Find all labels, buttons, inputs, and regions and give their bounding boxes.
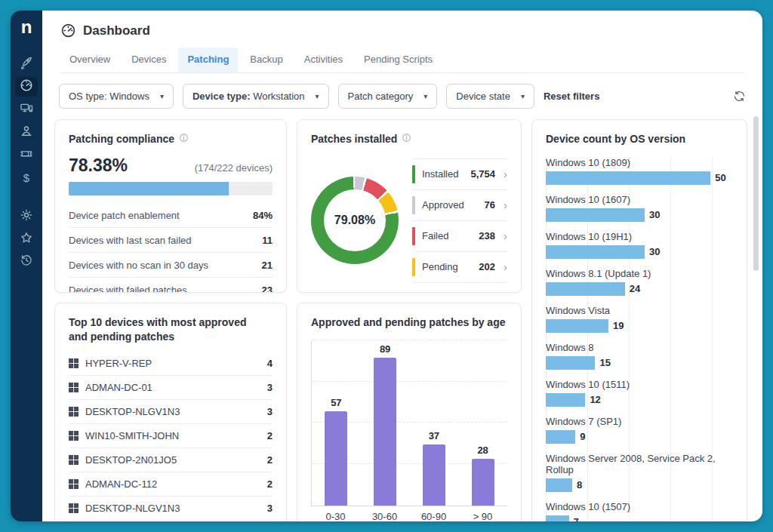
device-name: DESKTOP-2N01JO5 [85,454,260,466]
sidebar-item-dashboard[interactable] [15,77,38,97]
tab-overview[interactable]: Overview [60,48,119,72]
main-panel: Dashboard OverviewDevicesPatchingBackupA… [42,11,762,521]
legend-row-failed[interactable]: Failed238› [412,221,507,252]
os-bar-label: Windows 10 (1809) [546,157,733,168]
sidebar-item-favorites[interactable] [15,229,38,249]
device-patch-count: 2 [267,430,273,441]
chevron-right-icon: › [504,230,507,241]
os-bar[interactable] [546,356,595,370]
sidebar-item-settings[interactable] [15,207,38,226]
os-bar-label: Windows Vista [546,305,733,316]
legend-row-approved[interactable]: Approved76› [412,190,507,221]
legend-value: 76 [485,199,495,211]
device-list-row[interactable]: ADMAN-DC-013 [69,376,273,400]
refresh-icon[interactable] [733,90,746,103]
os-bar[interactable] [546,430,575,444]
filter-dropdown-text: Patch category [348,91,414,102]
os-bar-row: Windows 7 (SP1)9 [546,416,733,444]
patches-legend: Installed5,754›Approved76›Failed238›Pend… [412,158,507,283]
card-title-text: Device count by OS version [546,132,685,146]
device-list-row[interactable]: WIN10-SMITH-JOHN2 [69,521,273,521]
os-bar-row: Windows 10 (1507)7 [546,501,733,521]
sidebar-item-devices[interactable] [15,100,38,119]
os-bar-row: Windows 815 [546,342,733,370]
stat-label: Devices with last scan failed [69,235,192,246]
os-bar-value: 15 [599,357,610,368]
filter-dropdown-device-type[interactable]: Device type: Workstation▾ [183,84,329,109]
device-name: DESKTOP-NLGV1N3 [85,406,260,417]
tab-activities[interactable]: Activities [295,48,352,72]
legend-row-installed[interactable]: Installed5,754› [412,159,507,190]
rocket-icon [19,55,34,73]
device-list-row[interactable]: DESKTOP-2N01JO52 [69,448,273,472]
card-top-devices: Top 10 devices with most approved and pe… [54,303,287,521]
tab-pending-scripts[interactable]: Pending Scripts [355,48,442,72]
device-list-row[interactable]: ADMAN-DC-1122 [69,472,273,497]
card-title-text: Approved and pending patches by age [311,315,505,330]
compliance-stat-row: Devices with no scan in 30 days21 [69,253,273,278]
star-icon [19,230,34,248]
age-bar-group: 57 [313,397,359,506]
info-icon[interactable] [179,132,189,146]
sidebar-item-billing[interactable]: $ [15,168,38,187]
ninja-logo[interactable]: n [21,18,32,36]
sidebar-item-history[interactable] [15,252,38,272]
age-bar[interactable] [325,411,347,506]
os-bar[interactable] [546,282,625,296]
card-patches-by-age: Approved and pending patches by age 5789… [297,303,522,521]
tab-backup[interactable]: Backup [241,48,291,72]
user-icon [19,123,34,141]
device-list-row[interactable]: HYPER-V-REP4 [69,352,273,376]
patches-age-bar-chart: 57893728 [311,340,507,506]
reset-filters-button[interactable]: Reset filters [544,91,599,102]
patches-donut-chart[interactable]: 79.08% [311,177,399,264]
stat-value: 11 [262,235,273,246]
age-bar-value: 37 [429,430,439,441]
card-device-count-os: Device count by OS version Windows 10 (1… [531,119,747,521]
chart-gridline [312,381,507,382]
ticket-icon [19,146,34,164]
os-bar[interactable] [546,319,608,333]
filter-dropdown-patch-category[interactable]: Patch category▾ [338,84,438,109]
page-title: Dashboard [83,23,150,38]
sidebar-item-tickets[interactable] [15,145,38,165]
legend-label: Failed [422,230,472,241]
os-bar[interactable] [546,171,710,185]
app-window: n $ [11,11,762,521]
age-bar[interactable] [472,459,494,506]
age-bar[interactable] [423,444,445,506]
filter-dropdown-device-state[interactable]: Device state▾ [446,84,534,109]
age-bar[interactable] [374,358,396,506]
card-title-text: Top 10 devices with most approved and pe… [69,315,257,344]
device-list-row[interactable]: DESKTOP-NLGV1N33 [69,400,273,424]
vertical-scrollbar[interactable] [753,116,759,271]
compliance-devices-note: (174/222 devices) [195,162,273,174]
windows-logo-icon [69,431,79,441]
compliance-percent: 78.38% [69,155,128,176]
sidebar-item-users[interactable] [15,122,38,142]
filter-bar: OS type: Windows▾Device type: Workstatio… [42,73,762,118]
os-bar[interactable] [546,515,569,521]
os-bar[interactable] [546,478,572,492]
info-icon[interactable] [402,132,411,146]
device-list-row[interactable]: WIN10-SMITH-JOHN2 [69,424,273,448]
os-bar[interactable] [546,393,585,407]
os-bar-line: 24 [546,282,733,296]
device-patch-count: 2 [267,454,273,466]
legend-color-bar [412,258,415,276]
filter-dropdown-os-type[interactable]: OS type: Windows▾ [59,84,174,109]
legend-row-pending[interactable]: Pending202› [412,252,507,283]
os-bar-line: 12 [546,393,733,407]
compliance-progress-fill [69,182,229,195]
age-x-labels: 0-3030-6060-90> 90 [311,511,507,521]
tab-devices[interactable]: Devices [122,48,175,72]
device-list-row[interactable]: DESKTOP-NLGV1N33 [69,497,273,521]
sidebar-item-deploy[interactable] [15,54,38,74]
os-bar[interactable] [546,208,645,222]
card-patches-installed: Patches installed 79.08% Installed5,754›… [297,119,522,293]
os-bar-label: Windows 10 (1511) [546,379,733,390]
chevron-down-icon: ▾ [160,92,164,100]
os-bar[interactable] [546,245,645,259]
compliance-stat-row: Device patch enablement84% [69,203,273,228]
tab-patching[interactable]: Patching [178,48,238,72]
